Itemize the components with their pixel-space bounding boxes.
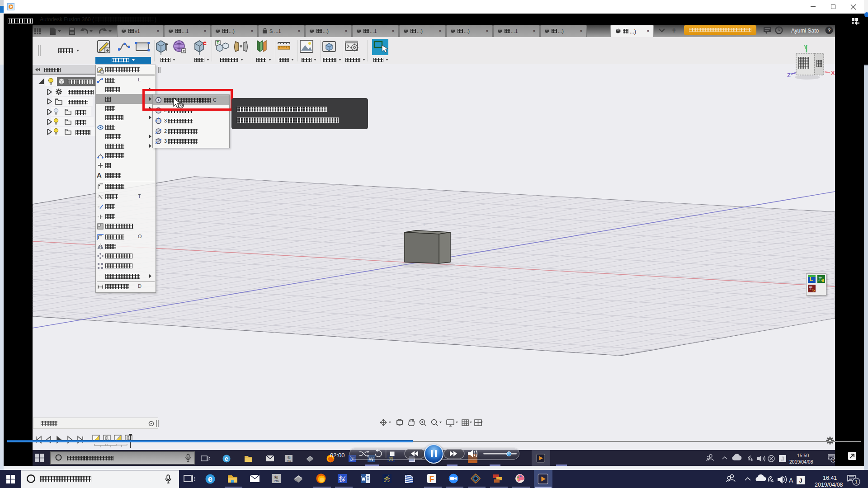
svg-text:1: 1 — [855, 479, 858, 484]
svg-text:Y: Y — [804, 44, 807, 51]
svg-text:?: ? — [828, 28, 831, 33]
svg-text:J: J — [781, 456, 784, 462]
svg-text:e: e — [208, 474, 212, 483]
svg-text:2019/04/08: 2019/04/08 — [789, 459, 813, 464]
svg-text:知: 知 — [288, 456, 291, 460]
svg-text:F: F — [429, 475, 434, 483]
svg-text:J: J — [799, 477, 802, 484]
svg-text:16:41: 16:41 — [823, 475, 837, 481]
svg-text:X: X — [831, 70, 835, 76]
svg-text:Z: Z — [787, 72, 791, 79]
svg-text:1: 1 — [832, 458, 835, 462]
svg-text:探: 探 — [339, 475, 346, 483]
svg-text:秀: 秀 — [384, 475, 391, 483]
svg-text:A: A — [789, 477, 793, 484]
svg-text:知: 知 — [274, 475, 278, 479]
svg-text:e: e — [225, 455, 228, 462]
svg-text:2019/04/08: 2019/04/08 — [815, 482, 843, 488]
svg-text:Pro: Pro — [287, 460, 291, 462]
svg-text:15:50: 15:50 — [797, 453, 809, 458]
svg-text:Pro: Pro — [274, 479, 279, 483]
